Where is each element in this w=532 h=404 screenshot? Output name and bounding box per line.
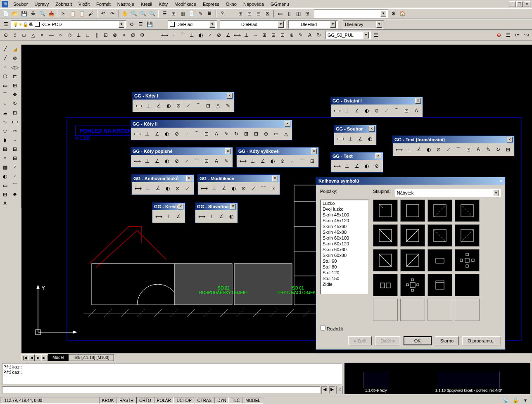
palette-koty2-btn-3[interactable]: ◐ <box>162 129 171 138</box>
list-item[interactable]: Luzko <box>321 200 368 206</box>
calc-icon[interactable]: 🖩 <box>206 10 214 18</box>
palette-koty1-close[interactable]: × <box>227 93 233 99</box>
palette-text-btn-2[interactable]: ∠ <box>352 162 361 171</box>
tab-layout[interactable]: Tisk [2.1.18] (M100) <box>68 354 114 361</box>
menu-icon[interactable]: ☰ <box>504 31 512 39</box>
join-icon[interactable]: ⟋ <box>10 163 20 172</box>
skupina-combo[interactable]: Nábytek▼ <box>395 189 501 197</box>
palette-koty2-btn-11[interactable]: ⊞ <box>242 129 251 138</box>
redo-icon[interactable]: ↷ <box>108 10 116 18</box>
osnap-near-icon[interactable]: ⌖ <box>120 31 128 39</box>
symbol-cell-16[interactable] <box>373 299 398 321</box>
sheet-set-icon[interactable]: 📑 <box>188 10 196 18</box>
status-toggle-otras[interactable]: OTRAS <box>195 397 214 404</box>
array-icon[interactable]: ⊞ <box>10 81 20 90</box>
palette-koty2-btn-13[interactable]: ⊕ <box>261 129 271 138</box>
palette-knihovna-btn-4[interactable]: ⊘ <box>173 184 182 193</box>
viewport2-icon[interactable]: ▯ <box>285 10 293 18</box>
symbol-cell-17[interactable] <box>400 299 425 321</box>
rozlozit-checkbox[interactable]: Rozložit <box>320 326 343 331</box>
osnap-temp-icon[interactable]: ⊙ <box>2 31 10 39</box>
menu-napoveda[interactable]: Nápověda <box>240 1 267 7</box>
dimstyle-mgr-icon[interactable]: ☰ <box>372 31 380 39</box>
palette-kresli-btn-0[interactable]: ⟷ <box>154 212 163 221</box>
save-icon[interactable]: 💾 <box>20 10 28 18</box>
palette-kotypop-btn-4[interactable]: ⊘ <box>172 157 181 166</box>
palette-knihovna-close[interactable]: × <box>186 176 192 181</box>
list-item[interactable]: Skrin 60x60 <box>321 247 368 252</box>
minimize-button[interactable]: _ <box>509 1 515 7</box>
menu-kresli[interactable]: Kresli <box>138 1 156 7</box>
plot-preview-icon[interactable]: 🔍 <box>38 10 46 18</box>
linetype-combo[interactable]: ———— DleHlad▼ <box>220 20 286 29</box>
palette-textfmt-btn-8[interactable]: A <box>474 145 483 154</box>
palette-textfmt-btn-0[interactable]: ⟷ <box>394 145 404 154</box>
copy-obj-icon[interactable]: ⊗ <box>10 54 20 63</box>
symbol-cell-13[interactable] <box>400 274 425 296</box>
paste-icon[interactable]: 📋 <box>78 10 86 18</box>
cmd-scroll-right[interactable]: ▶ <box>329 386 335 394</box>
print-icon[interactable]: 🖶 <box>29 10 37 18</box>
dim-linear-icon[interactable]: ⟷ <box>160 31 169 39</box>
palette-soubor-btn-0[interactable]: ⟷ <box>336 134 345 143</box>
circle-icon[interactable]: ○ <box>0 99 10 108</box>
palette-kotyvys-btn-0[interactable]: ⟷ <box>238 157 247 166</box>
osnap-none-icon[interactable]: ∅ <box>129 31 137 39</box>
layer-match-icon[interactable]: ☰ <box>136 20 145 29</box>
dim-cont-icon[interactable]: → <box>251 31 259 39</box>
offset-icon[interactable]: ⊏ <box>10 72 20 81</box>
dim-tedit-icon[interactable]: A <box>306 31 314 39</box>
dim-dia-icon[interactable]: ⊘ <box>215 31 223 39</box>
list-item[interactable]: Skrin 60x120 <box>321 241 368 247</box>
list-item[interactable]: Skrin 45x120 <box>321 218 368 223</box>
palette-kotyvys-btn-3[interactable]: ◐ <box>268 157 277 166</box>
palette-textfmt-btn-9[interactable]: ✎ <box>484 145 493 154</box>
dim-tol-icon[interactable]: ⊡ <box>278 31 287 39</box>
symbol-cell-9[interactable] <box>400 249 425 271</box>
restore-button[interactable]: ❐ <box>516 1 523 7</box>
tool-palette-icon[interactable]: ▦ <box>178 10 187 18</box>
palette-text-btn-4[interactable]: ⊘ <box>372 162 381 171</box>
mtext-icon[interactable]: A <box>0 199 10 208</box>
palette-koty2-btn-1[interactable]: ⊥ <box>142 129 152 138</box>
palette-koty1-btn-4[interactable]: ⊘ <box>174 101 183 110</box>
palette-stavarina-btn-1[interactable]: ⊥ <box>207 212 216 221</box>
palette-kresli-close[interactable]: × <box>178 204 183 209</box>
list-item[interactable]: Dvoj luzko <box>321 206 368 212</box>
osnap-mid-icon[interactable]: △ <box>29 31 37 39</box>
cut-icon[interactable]: ✂ <box>59 10 68 18</box>
palette-koty2-close[interactable]: × <box>285 121 290 127</box>
ellipse-arc-icon[interactable]: ◗ <box>0 135 10 145</box>
viewport4-icon[interactable]: ⊞ <box>303 10 311 18</box>
palette-ostatni-btn-0[interactable]: ⟷ <box>332 106 342 115</box>
symbol-cell-6[interactable] <box>428 224 452 247</box>
palette-koty2-btn-4[interactable]: ⊘ <box>172 129 181 138</box>
osnap-int-icon[interactable]: × <box>38 31 46 39</box>
dim-base-icon[interactable]: ⊥ <box>242 31 250 39</box>
symbol-cell-14[interactable] <box>428 274 452 296</box>
symbol-cell-11[interactable] <box>455 249 480 271</box>
eraser-icon[interactable]: ◢ <box>10 45 20 54</box>
block-icon[interactable]: ⊞ <box>0 145 10 154</box>
zoom-rt-icon[interactable]: 🔍 <box>130 10 138 18</box>
dialog-close-button[interactable]: × <box>500 178 503 183</box>
menu-ggmenu[interactable]: GGmenu <box>267 1 292 7</box>
win-cascade-icon[interactable]: ⊡ <box>245 10 254 18</box>
palette-kotypop-btn-2[interactable]: ∠ <box>152 157 162 166</box>
design-center-icon[interactable]: ⊞ <box>169 10 178 18</box>
symbol-cell-1[interactable] <box>400 200 425 222</box>
palette-soubor-btn-3[interactable]: ◐ <box>366 134 375 143</box>
symbol-cell-2[interactable] <box>428 200 452 222</box>
symbol-cell-3[interactable] <box>455 200 480 222</box>
palette-soubor-title[interactable]: GG - Soubor× <box>334 125 376 133</box>
palette-knihovna-btn-1[interactable]: ⊥ <box>143 184 152 193</box>
palette-koty1-btn-0[interactable]: ⟷ <box>134 101 143 110</box>
properties-icon[interactable]: ☰ <box>160 10 169 18</box>
palette-modif-btn-0[interactable]: ⟷ <box>200 184 209 193</box>
symbol-cell-0[interactable] <box>373 200 398 222</box>
palette-modif-btn-2[interactable]: ∠ <box>219 184 228 193</box>
palette-textfmt-btn-11[interactable]: ⊞ <box>504 145 513 154</box>
copy-icon[interactable]: 📋 <box>69 10 77 18</box>
palette-knihovna-title[interactable]: GG - Knihovna bloků× <box>132 175 194 182</box>
scale-icon[interactable]: ⊛ <box>495 31 503 39</box>
